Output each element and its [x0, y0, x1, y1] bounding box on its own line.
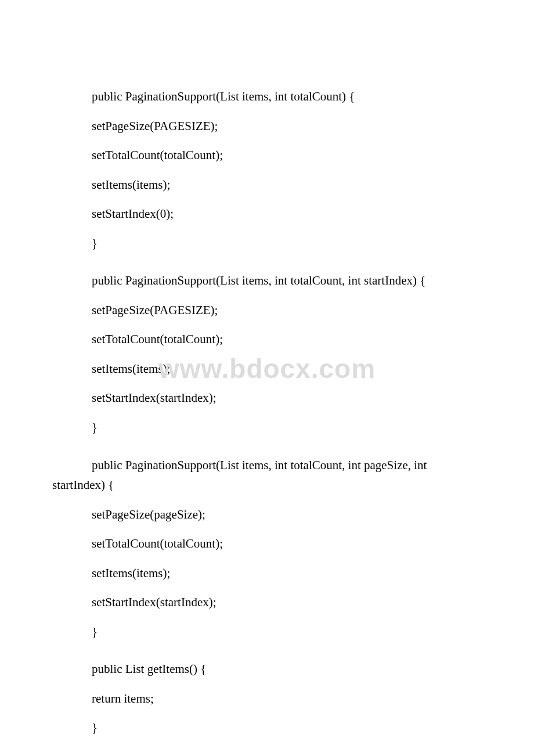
code-line: setPageSize(PAGESIZE);: [52, 117, 482, 136]
code-line: public PaginationSupport(List items, int…: [52, 271, 482, 290]
constructor-block-3: public PaginationSupport(List items, int…: [52, 456, 482, 642]
code-line: return items;: [52, 689, 482, 708]
code-line-continuation: startIndex) {: [52, 476, 482, 495]
constructor-block-2: public PaginationSupport(List items, int…: [52, 271, 482, 437]
code-line: setItems(items);: [52, 359, 482, 379]
method-block-getitems: public List getItems() { return items; }: [52, 660, 482, 737]
code-line: public List getItems() {: [52, 660, 482, 679]
code-line: setStartIndex(startIndex);: [52, 593, 482, 612]
code-line: public PaginationSupport(List items, int…: [52, 456, 482, 475]
code-line: setStartIndex(startIndex);: [52, 388, 482, 408]
code-line: setPageSize(PAGESIZE);: [52, 301, 482, 320]
code-line: setItems(items);: [52, 564, 482, 583]
code-line: setStartIndex(0);: [52, 204, 482, 224]
code-line: setTotalCount(totalCount);: [52, 146, 482, 165]
code-line: setTotalCount(totalCount);: [52, 534, 482, 553]
code-line: }: [52, 718, 482, 737]
document-page: public PaginationSupport(List items, int…: [0, 0, 534, 737]
code-line: }: [52, 622, 482, 642]
code-line: setPageSize(pageSize);: [52, 505, 482, 524]
code-line: setTotalCount(totalCount);: [52, 330, 482, 349]
constructor-block-1: public PaginationSupport(List items, int…: [52, 87, 482, 253]
code-line: setItems(items);: [52, 175, 482, 195]
code-line: public PaginationSupport(List items, int…: [52, 87, 482, 106]
code-line: }: [52, 418, 482, 437]
code-line: }: [52, 234, 482, 253]
